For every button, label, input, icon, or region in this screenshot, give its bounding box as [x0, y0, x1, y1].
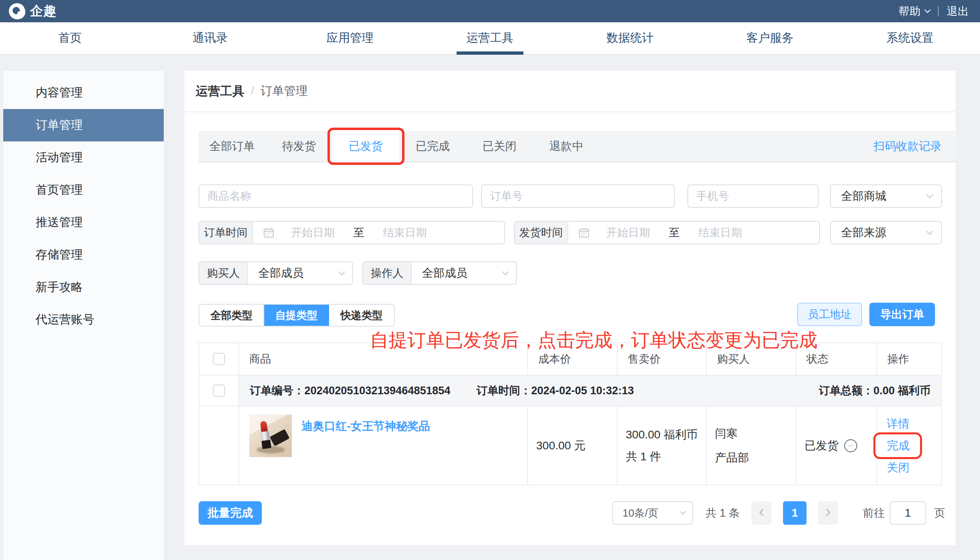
divider — [938, 6, 939, 17]
actions-cell: 详情 完成 关闭 — [877, 406, 941, 485]
chevron-down-icon — [924, 7, 931, 13]
tab-completed[interactable]: 已完成 — [399, 131, 466, 162]
product-image — [249, 415, 292, 457]
main-panel: 运营工具 / 订单管理 全部订单 待发货 已发货 已完成 已关闭 退款中 扫码收… — [184, 71, 956, 545]
sidebar-item-agency-account[interactable]: 代运营账号 — [3, 304, 164, 336]
order-total: 订单总额：0.00 福利币 — [819, 383, 931, 398]
status-text: 已发货 — [805, 438, 839, 453]
source-select-value: 全部来源 — [841, 225, 886, 240]
buyer-cell: 闫寒 产品部 — [707, 406, 796, 485]
status-cell: 已发货 — [796, 406, 877, 485]
orders-table: 商品 成本价 售卖价 购买人 状态 操作 订单编号：20240205103213… — [199, 342, 942, 485]
tab-pending-shipment[interactable]: 待发货 — [265, 131, 332, 162]
export-orders-button[interactable]: 导出订单 — [869, 303, 935, 326]
nav-tab-data-statistics[interactable]: 数据统计 — [560, 22, 700, 54]
sidebar-item-storage-mgmt[interactable]: 存储管理 — [3, 239, 164, 271]
sidebar-item-beginner-guide[interactable]: 新手攻略 — [3, 271, 164, 304]
logo-icon — [9, 3, 25, 19]
buyer-name: 闫寒 — [715, 426, 796, 441]
type-tab-all[interactable]: 全部类型 — [199, 305, 264, 326]
order-time-label: 订单时间 — [199, 222, 253, 244]
op-detail-link[interactable]: 详情 — [887, 416, 909, 432]
order-no: 订单编号：202402051032139464851854 — [250, 383, 450, 398]
mall-select-value: 全部商城 — [841, 188, 886, 204]
order-info-row: 订单编号：202402051032139464851854 订单时间：2024-… — [199, 376, 941, 406]
date-range-to: 至 — [669, 225, 680, 240]
prev-page-button[interactable] — [751, 501, 772, 525]
ship-time-label: 发货时间 — [515, 222, 568, 244]
current-page[interactable]: 1 — [783, 501, 807, 525]
chevron-down-icon — [502, 269, 509, 276]
order-status-tabs: 全部订单 待发货 已发货 已完成 已关闭 退款中 扫码收款记录 — [199, 131, 956, 162]
buyer-label: 购买人 — [199, 262, 248, 284]
breadcrumb-separator: / — [251, 85, 254, 98]
page-size-select[interactable]: 10条/页 — [612, 501, 693, 525]
total-count: 共 1 条 — [706, 501, 740, 525]
batch-complete-button[interactable]: 批量完成 — [199, 501, 262, 525]
col-actions: 操作 — [877, 343, 941, 375]
operator-filter: 操作人 全部成员 — [362, 261, 517, 285]
buyer-member-select[interactable]: 全部成员 — [248, 262, 352, 284]
product-name-input[interactable] — [199, 184, 473, 208]
scan-payment-records-link[interactable]: 扫码收款记录 — [873, 131, 941, 162]
sidebar-item-push-mgmt[interactable]: 推送管理 — [3, 206, 164, 239]
operator-label: 操作人 — [363, 262, 412, 284]
type-tab-pickup[interactable]: 自提类型 — [264, 305, 329, 326]
ship-end-date-picker[interactable]: 结束日期 — [698, 225, 742, 240]
source-select[interactable]: 全部来源 — [830, 221, 942, 244]
order-no-input[interactable] — [481, 184, 675, 208]
ship-start-date-picker[interactable]: 开始日期 — [606, 225, 650, 240]
sidebar-item-activity-mgmt[interactable]: 活动管理 — [3, 141, 164, 174]
nav-tab-app-management[interactable]: 应用管理 — [280, 22, 420, 54]
goto-label: 前往 — [863, 501, 885, 525]
order-product-row: 迪奥口红-女王节神秘奖品 300.00 元 300.00 福利币 共 1 件 闫… — [199, 406, 941, 485]
tab-refunding[interactable]: 退款中 — [533, 131, 600, 162]
ship-time-range: 发货时间 开始日期 至 结束日期 — [514, 221, 820, 244]
product-name-link[interactable]: 迪奥口红-女王节神秘奖品 — [302, 419, 430, 485]
help-label: 帮助 — [899, 4, 920, 19]
sidebar-item-order-mgmt[interactable]: 订单管理 — [3, 109, 164, 141]
start-date-picker[interactable]: 开始日期 — [291, 225, 335, 240]
nav-tab-system-settings[interactable]: 系统设置 — [840, 22, 980, 54]
mall-select[interactable]: 全部商城 — [830, 184, 942, 208]
tab-closed[interactable]: 已关闭 — [466, 131, 533, 162]
chevron-down-icon — [680, 509, 686, 515]
calendar-icon — [263, 227, 275, 239]
annotation-text: 自提订单已发货后，点击完成，订单状态变更为已完成 — [370, 328, 817, 353]
breadcrumb-section[interactable]: 运营工具 — [196, 83, 244, 100]
end-date-picker[interactable]: 结束日期 — [383, 225, 427, 240]
buyer-dept: 产品部 — [715, 450, 796, 466]
ellipsis-circle-icon[interactable] — [844, 439, 857, 452]
goto-page-input[interactable] — [890, 501, 926, 525]
chevron-down-icon — [927, 192, 933, 199]
order-checkbox[interactable] — [213, 385, 225, 397]
page-unit: 页 — [934, 501, 945, 525]
staff-address-button[interactable]: 员工地址 — [797, 303, 862, 326]
order-time-range: 订单时间 开始日期 至 结束日期 — [199, 221, 505, 244]
op-complete-link[interactable]: 完成 — [887, 438, 909, 453]
main-nav: 首页 通讯录 应用管理 运营工具 数据统计 客户服务 系统设置 — [0, 22, 980, 55]
phone-input[interactable] — [687, 184, 819, 208]
sidebar-item-homepage-mgmt[interactable]: 首页管理 — [3, 174, 164, 206]
sidebar-item-content-mgmt[interactable]: 内容管理 — [3, 77, 164, 109]
brand-name: 企趣 — [30, 2, 57, 20]
nav-tab-home[interactable]: 首页 — [0, 22, 140, 54]
next-page-button[interactable] — [818, 501, 838, 525]
tab-all-orders[interactable]: 全部订单 — [199, 131, 265, 162]
operator-member-select[interactable]: 全部成员 — [412, 262, 516, 284]
topbar-actions: 帮助 退出 — [899, 4, 969, 19]
type-tab-express[interactable]: 快递类型 — [329, 305, 394, 326]
date-range-to: 至 — [353, 225, 364, 240]
select-all-checkbox[interactable] — [213, 353, 225, 365]
tab-shipped[interactable]: 已发货 — [332, 131, 399, 162]
brand: 企趣 — [9, 2, 57, 20]
logout-button[interactable]: 退出 — [947, 4, 969, 19]
help-menu[interactable]: 帮助 — [899, 4, 930, 19]
op-close-link[interactable]: 关闭 — [887, 460, 909, 475]
top-bar: 企趣 帮助 退出 — [0, 0, 980, 22]
nav-tab-operations-tools[interactable]: 运营工具 — [420, 22, 560, 54]
nav-tab-contacts[interactable]: 通讯录 — [140, 22, 280, 54]
cost-price-cell: 300.00 元 — [528, 406, 618, 485]
calendar-icon — [578, 227, 590, 239]
nav-tab-customer-service[interactable]: 客户服务 — [700, 22, 840, 54]
